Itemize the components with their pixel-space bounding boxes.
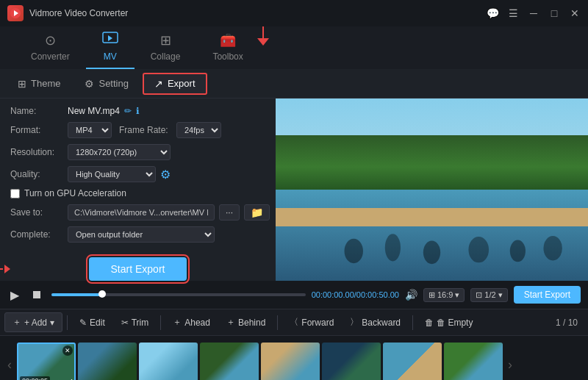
svg-point-3	[345, 239, 364, 263]
quality-label: Quality:	[10, 169, 63, 179]
sub-tab-setting-label: Setting	[98, 78, 128, 89]
tab-mv[interactable]: MV	[86, 26, 135, 69]
save-row: Save to: C:\Vidmore\Vidmore V...onverter…	[10, 204, 265, 221]
collage-icon: ⊞	[160, 32, 171, 49]
thumb-close-1[interactable]: ✕	[62, 345, 73, 356]
name-label: Name:	[10, 106, 63, 116]
thumb-time-1: 00:00:05	[20, 376, 50, 381]
volume-icon[interactable]: 🔊	[405, 289, 417, 301]
gpu-checkbox[interactable]	[10, 189, 20, 198]
bottom-toolbar: ＋ + Add ▾ ✎ Edit ✂ Trim ＋ Ahead ＋ Behind…	[0, 309, 588, 335]
converter-icon: ⊙	[45, 32, 56, 49]
filmstrip-prev-arrow[interactable]: ‹	[4, 354, 15, 376]
aspect-ratio-chevron: ▾	[455, 290, 459, 300]
film-thumb-5[interactable]	[261, 343, 320, 381]
zoom-chevron: ▾	[498, 290, 503, 300]
quality-gear-icon[interactable]: ⚙	[160, 168, 171, 182]
svg-point-4	[385, 234, 401, 261]
page-count: 1 / 10	[556, 318, 584, 328]
arrow-indicator	[257, 38, 269, 46]
empty-button[interactable]: 🗑 🗑 Empty	[417, 315, 480, 331]
video-preview	[276, 98, 588, 281]
sub-tab-export[interactable]: ↗ Export	[143, 73, 207, 95]
ahead-icon: ＋	[173, 316, 182, 329]
play-button[interactable]: ▶	[7, 287, 22, 304]
setting-icon: ⚙	[85, 78, 94, 90]
complete-label: Complete:	[10, 229, 63, 240]
progress-fill	[51, 293, 102, 296]
sub-tab-theme[interactable]: ⊞ Theme	[7, 74, 71, 93]
film-thumb-1[interactable]: ✕ 00:00:05 ▶ ✂ ℹ	[17, 343, 76, 381]
svg-point-7	[510, 240, 526, 262]
forward-button[interactable]: 〈 Forward	[282, 313, 341, 331]
sub-tab-theme-label: Theme	[31, 78, 60, 89]
progress-bar[interactable]	[51, 293, 306, 296]
content-area: Name: New MV.mp4 ✏ ℹ Format: MP4 MOV AVI…	[0, 98, 588, 281]
close-icon[interactable]: ✕	[569, 7, 581, 19]
aspect-ratio-label: 16:9	[437, 290, 453, 299]
save-path-input[interactable]: C:\Vidmore\Vidmore V...onverter\MV Expor…	[68, 204, 215, 221]
divider-3	[277, 315, 278, 330]
svg-point-8	[543, 236, 562, 260]
divider-1	[67, 315, 68, 330]
film-thumb-7[interactable]	[383, 343, 442, 381]
sub-tab-setting[interactable]: ⚙ Setting	[74, 74, 138, 93]
maximize-icon[interactable]: □	[548, 7, 560, 19]
trim-icon: ✂	[121, 318, 129, 328]
film-thumb-6[interactable]	[322, 343, 381, 381]
title-bar-controls: 💬 ☰ ─ □ ✕	[487, 7, 581, 19]
edit-icon[interactable]: ✏	[124, 106, 132, 116]
zoom-button[interactable]: ⊡ 1/2 ▾	[470, 288, 507, 302]
filmstrip: ‹ ✕ 00:00:05 ▶ ✂ ℹ ›	[0, 335, 588, 380]
app-title: Vidmore Video Converter	[29, 8, 128, 18]
backward-icon: 〉	[350, 316, 359, 329]
tab-toolbox[interactable]: 🧰 Toolbox	[196, 26, 259, 69]
trash-icon: 🗑	[425, 318, 434, 328]
trim-label: Trim	[132, 318, 149, 328]
framerate-select[interactable]: 24fps 30fps 60fps	[176, 122, 221, 138]
film-thumb-8[interactable]	[444, 343, 503, 381]
ahead-label: Ahead	[184, 318, 210, 328]
edit-button[interactable]: ✎ Edit	[72, 315, 112, 331]
tab-collage[interactable]: ⊞ Collage	[135, 26, 197, 69]
aspect-ratio-button[interactable]: ⊞ 16:9 ▾	[423, 288, 465, 302]
start-export-left-button[interactable]: Start Export	[89, 257, 187, 281]
trim-button[interactable]: ✂ Trim	[114, 315, 157, 331]
film-thumb-4[interactable]	[200, 343, 259, 381]
minimize-icon[interactable]: ─	[528, 7, 539, 19]
name-row: Name: New MV.mp4 ✏ ℹ	[10, 106, 265, 116]
people-silhouettes	[276, 217, 588, 271]
folder-button[interactable]: 📁	[244, 204, 270, 221]
tab-collage-label: Collage	[151, 51, 181, 62]
tab-mv-label: MV	[104, 51, 117, 62]
stop-button[interactable]: ⏹	[28, 287, 46, 303]
info-icon[interactable]: ℹ	[136, 106, 140, 116]
message-icon[interactable]: 💬	[487, 7, 498, 19]
browse-dots-button[interactable]: ···	[219, 204, 240, 221]
complete-row: Complete: Open output folder Do nothing	[10, 226, 265, 243]
complete-select[interactable]: Open output folder Do nothing	[68, 226, 215, 243]
edit-label: Edit	[90, 318, 105, 328]
quality-select[interactable]: High Quality Medium Quality Low Quality	[68, 166, 156, 182]
framerate-label: Frame Rate:	[119, 125, 172, 135]
start-export-right-button[interactable]: Start Export	[514, 286, 581, 304]
tab-converter[interactable]: ⊙ Converter	[15, 26, 86, 69]
film-thumb-3[interactable]	[139, 343, 198, 381]
ahead-button[interactable]: ＋ Ahead	[165, 313, 218, 331]
film-thumb-2[interactable]	[78, 343, 137, 381]
backward-button[interactable]: 〉 Backward	[343, 313, 408, 331]
tab-converter-label: Converter	[31, 51, 70, 62]
forward-label: Forward	[301, 318, 334, 328]
video-controls-bar: ▶ ⏹ 00:00:00.00/00:00:50.00 🔊 ⊞ 16:9 ▾ ⊡…	[0, 281, 588, 309]
arrow-h-line	[0, 268, 3, 270]
behind-button[interactable]: ＋ Behind	[219, 313, 273, 331]
backward-label: Backward	[362, 318, 401, 328]
format-select[interactable]: MP4 MOV AVI	[68, 122, 112, 138]
resolution-select[interactable]: 1280x720 (720p) 1920x1080 (1080p) 854x48…	[68, 144, 171, 160]
left-arrow-indicator	[0, 265, 10, 273]
app-icon	[7, 5, 24, 21]
add-button[interactable]: ＋ + Add ▾	[4, 312, 62, 332]
menu-icon[interactable]: ☰	[507, 7, 519, 19]
filmstrip-next-arrow[interactable]: ›	[505, 354, 515, 376]
export-icon: ↗	[154, 78, 163, 90]
